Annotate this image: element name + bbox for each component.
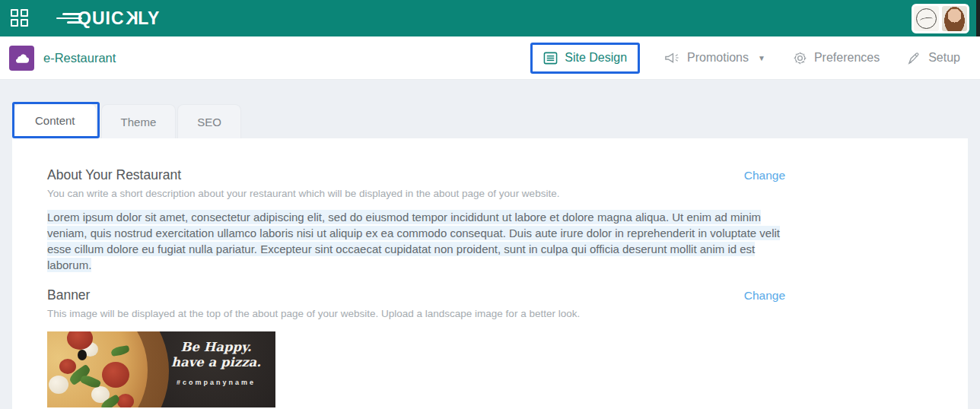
- about-section-title: About Your Restaurant: [47, 167, 181, 183]
- tab-content[interactable]: Content: [14, 104, 96, 136]
- about-section: About Your Restaurant Change You can wri…: [47, 167, 785, 273]
- banner-section-description: This image will be displayed at the top …: [47, 308, 785, 319]
- about-section-description: You can write a short description about …: [47, 188, 785, 199]
- cloud-icon: [9, 46, 34, 71]
- user-avatar[interactable]: [942, 6, 967, 31]
- account-switcher[interactable]: [912, 4, 969, 33]
- logo-text: QUICKLY: [78, 8, 160, 29]
- banner-image-preview: Be Happy. have a pizza. #companyname: [47, 331, 275, 407]
- nav-item-site-design[interactable]: Site Design: [543, 51, 627, 65]
- chevron-down-icon: ▼: [758, 54, 765, 62]
- app-header: e-Restaurant Site Design Promotions ▼: [0, 36, 980, 80]
- apps-grid-icon[interactable]: [11, 9, 29, 27]
- content-card: About Your Restaurant Change You can wri…: [12, 138, 968, 409]
- site-design-annotation: Site Design: [530, 43, 640, 74]
- banner-caption-line1: Be Happy.: [163, 340, 269, 355]
- tab-seo[interactable]: SEO: [177, 104, 241, 138]
- gear-icon: [793, 51, 807, 65]
- banner-caption-line2: have a pizza.: [163, 355, 269, 370]
- pen-icon: [907, 51, 921, 65]
- banner-hashtag: #companyname: [163, 379, 269, 386]
- about-change-button[interactable]: Change: [744, 169, 785, 182]
- content-tab-annotation: Content: [12, 102, 100, 138]
- window-edge-strip: [976, 0, 980, 36]
- nav-item-promotions[interactable]: Promotions ▼: [664, 51, 765, 65]
- app-identity: e-Restaurant: [9, 46, 116, 71]
- restaurant-stamp-avatar[interactable]: [914, 6, 939, 31]
- banner-section: Banner Change This image will be display…: [47, 287, 785, 407]
- banner-change-button[interactable]: Change: [744, 289, 785, 303]
- nav-item-preferences[interactable]: Preferences: [793, 51, 880, 65]
- megaphone-icon: [664, 51, 680, 65]
- main-nav: Site Design Promotions ▼ Preferences: [530, 43, 960, 74]
- nav-item-setup[interactable]: Setup: [907, 51, 960, 65]
- banner-section-title: Banner: [47, 287, 90, 303]
- tab-theme[interactable]: Theme: [101, 104, 177, 138]
- banner-caption: Be Happy. have a pizza. #companyname: [163, 340, 269, 386]
- list-icon: [543, 51, 558, 65]
- about-text-value: Lorem ipsum dolor sit amet, consectetur …: [47, 209, 785, 273]
- app-title[interactable]: e-Restaurant: [43, 51, 116, 65]
- main-content-area: Content Theme SEO About Your Restaurant …: [0, 80, 980, 409]
- tab-bar: Content Theme SEO: [12, 102, 968, 138]
- top-app-bar: QUICKLY: [0, 0, 980, 36]
- quickly-logo[interactable]: QUICKLY: [56, 8, 160, 29]
